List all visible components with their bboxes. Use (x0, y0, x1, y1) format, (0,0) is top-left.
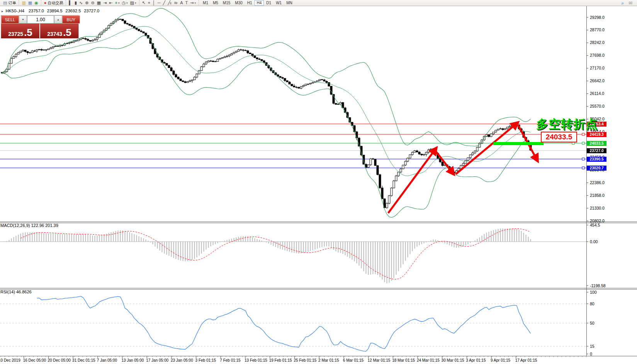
svg-text:100: 100 (590, 290, 597, 295)
svg-text:80: 80 (590, 301, 595, 306)
buy-price-display[interactable]: 23743 .5 (40, 24, 78, 38)
zoom-out-button[interactable]: ⊖ (90, 0, 95, 6)
svg-text:2 Mar 01:15: 2 Mar 01:15 (318, 358, 339, 362)
svg-text:13 Jan 05:00: 13 Jan 05:00 (122, 358, 144, 362)
timeframe-button-M15[interactable]: M15 (221, 0, 233, 6)
svg-text:7 Feb 01:15: 7 Feb 01:15 (220, 358, 241, 362)
equidistant-channel-button[interactable]: ╱E (166, 0, 173, 6)
svg-text:0: 0 (590, 352, 592, 356)
timeframe-button-M5[interactable]: M5 (211, 0, 221, 6)
svg-text:28242.0: 28242.0 (590, 40, 605, 45)
timeframe-button-D1[interactable]: D1 (264, 0, 273, 6)
crosshair-button[interactable]: ⌖ (147, 0, 151, 6)
svg-text:28770.0: 28770.0 (590, 27, 605, 32)
timeframe-button-H4[interactable]: H4 (255, 0, 264, 6)
bar-chart-button[interactable]: ▍ (68, 0, 73, 6)
tile-windows-icon: ▦ (97, 0, 101, 5)
toolbar-group-autotrading: ● 自动交易 (41, 0, 66, 6)
price-tag-24419.3[interactable]: 24419.3 (587, 132, 606, 137)
buy-price-main: 23743 (47, 31, 62, 37)
text-label-button[interactable]: T (184, 0, 189, 6)
svg-text:16 Dec 05:00: 16 Dec 05:00 (23, 358, 46, 362)
data-window-icon: ▦ (28, 0, 32, 5)
toolbar-right-icons: ⌕✉ (621, 0, 637, 6)
level-value-label: 24033.5 (541, 132, 577, 142)
svg-text:22386.0: 22386.0 (590, 180, 605, 185)
autotrading-button[interactable]: ● 自动交易 (43, 0, 65, 6)
svg-text:30 Mar 01:15: 30 Mar 01:15 (442, 358, 464, 362)
timeframe-button-M1[interactable]: M1 (200, 0, 211, 6)
search-icon[interactable]: ⌕ (621, 0, 624, 6)
svg-text:21330.0: 21330.0 (590, 206, 605, 210)
svg-text:50: 50 (590, 321, 595, 325)
chat-icon[interactable]: ✉ (629, 0, 632, 6)
svg-text:15: 15 (590, 344, 595, 349)
svg-text:0.00: 0.00 (590, 239, 598, 244)
new-order-button[interactable]: ▤ 订单 (2, 0, 17, 6)
price-tag-24033.5[interactable]: 24033.5 (587, 141, 606, 146)
periods-icon: ◷ (122, 0, 126, 5)
timeframe-button-M30[interactable]: M30 (233, 0, 245, 6)
equidistant-channel-icon-sub: E (170, 1, 172, 6)
templates-button[interactable]: ▨▾ (129, 0, 138, 6)
main-toolbar: ▤ 订单 ▥▦◉ ● 自动交易 ▍▮∿⊕⊖▦⇥⇤+▾◷▾▨▾ ↖⌖│─╱╱E≡F… (0, 0, 637, 6)
timeframe-button-W1[interactable]: W1 (273, 0, 284, 6)
horizontal-line-button[interactable]: ─ (156, 0, 162, 6)
volume-increase-button[interactable]: ▲ (54, 15, 62, 24)
candlestick-chart-button[interactable]: ▮ (73, 0, 78, 6)
auto-scroll-button[interactable]: ⇥ (102, 0, 108, 6)
svg-text:19 Feb 01:15: 19 Feb 01:15 (269, 358, 292, 362)
toolbar-group-order: ▤ 订单 (0, 0, 19, 6)
svg-text:31 Dec 01:15: 31 Dec 01:15 (72, 358, 95, 362)
vertical-line-button[interactable]: │ (151, 0, 156, 6)
svg-text:27170.0: 27170.0 (590, 66, 605, 70)
price-tag-23390.5[interactable]: 23390.5 (587, 157, 606, 162)
indicators-button[interactable]: +▾ (114, 0, 121, 6)
svg-text:12 Mar 01:15: 12 Mar 01:15 (368, 358, 391, 362)
sell-price-display[interactable]: 23725 .5 (1, 24, 40, 38)
svg-text:27698.0: 27698.0 (590, 53, 605, 58)
toolbar-group-chart-tools: ▍▮∿⊕⊖▦⇥⇤+▾◷▾▨▾ (66, 0, 139, 6)
toolbar-group-timeframes: M1M5M15M30H1H4D1W1MN (199, 0, 296, 6)
market-watch-button[interactable]: ▥ (20, 0, 27, 6)
data-window-button[interactable]: ▦ (27, 0, 33, 6)
chart-canvas[interactable]: 29298.028770.028242.027698.027170.026642… (0, 0, 637, 364)
chevron-down-icon: ▾ (195, 0, 196, 5)
toolbar-group-windows: ▥▦◉ (19, 0, 41, 6)
trendline-icon: ╱ (163, 0, 166, 5)
close-value: 23727.0 (84, 8, 99, 13)
svg-text:17 Apr 01:15: 17 Apr 01:15 (515, 358, 537, 362)
periods-button[interactable]: ◷▾ (121, 0, 129, 6)
volume-input[interactable] (27, 15, 54, 24)
sell-price-pips: .5 (24, 29, 32, 37)
timeframe-button-H1[interactable]: H1 (245, 0, 255, 6)
chevron-down-icon: ▾ (118, 0, 120, 5)
cursor-button[interactable]: ↖ (141, 0, 147, 6)
low-value: 23692.5 (66, 8, 81, 13)
sell-button[interactable]: SELL (1, 15, 19, 24)
tile-windows-button[interactable]: ▦ (96, 0, 102, 6)
templates-icon: ▨ (130, 0, 134, 5)
zoom-in-button[interactable]: ⊕ (84, 0, 90, 6)
timeframe-button-MN[interactable]: MN (284, 0, 295, 6)
zoom-in-icon: ⊕ (85, 0, 88, 5)
svg-text:24 Mar 01:15: 24 Mar 01:15 (417, 358, 440, 362)
chart-shift-button[interactable]: ⇤ (108, 0, 114, 6)
zoom-out-icon: ⊖ (91, 0, 94, 5)
one-click-trading-panel: SELL ▼ ▲ BUY 23725 .5 23743 .5 (1, 15, 79, 39)
line-chart-button[interactable]: ∿ (78, 0, 84, 6)
autotrading-icon: ● (44, 0, 47, 5)
price-tag-23020.7[interactable]: 23020.7 (587, 166, 606, 171)
arrows-button[interactable]: ⇝▾ (189, 0, 197, 6)
buy-button[interactable]: BUY (62, 15, 80, 24)
toolbar-group-drawing-tools: ↖⌖│─╱╱E≡FAT⇝▾ (139, 0, 199, 6)
fibonacci-button[interactable]: ≡F (173, 0, 179, 6)
symbol-period-label: HK50-,H4 (6, 8, 24, 13)
text-button[interactable]: A (179, 0, 184, 6)
open-value: 23757.0 (29, 8, 44, 13)
volume-decrease-button[interactable]: ▼ (19, 15, 27, 24)
macd-indicator-label: MACD(12,26,9) 122.96 201.39 (0, 223, 58, 228)
navigator-button[interactable]: ◉ (33, 0, 39, 6)
trendline-button[interactable]: ╱ (162, 0, 167, 6)
text-icon: A (180, 0, 183, 5)
